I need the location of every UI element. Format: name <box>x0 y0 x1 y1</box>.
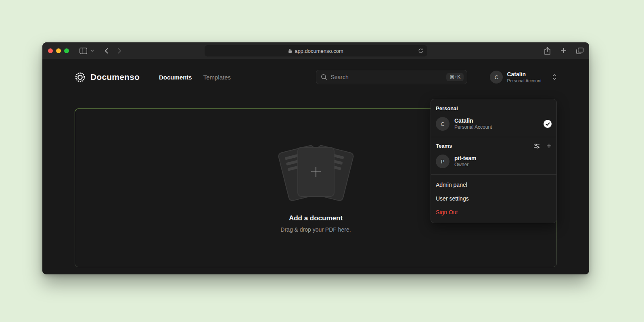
menu-item-admin-panel[interactable]: Admin panel <box>431 178 556 192</box>
sidebar-icon <box>79 48 87 54</box>
illustration-card-center <box>297 147 335 197</box>
add-document-plus-icon <box>310 166 322 178</box>
dropzone-title: Add a document <box>289 214 343 222</box>
menu-item-user-settings[interactable]: User settings <box>431 192 556 205</box>
reload-button[interactable] <box>418 48 424 54</box>
search-shortcut-badge: ⌘+K <box>446 73 464 81</box>
menu-item-team[interactable]: P pit-team Owner <box>431 152 556 171</box>
share-icon <box>544 47 551 55</box>
forward-button[interactable] <box>117 48 121 54</box>
main-nav: Documents Templates <box>159 74 231 81</box>
plus-icon <box>546 143 552 148</box>
toolbar-right-actions <box>544 47 583 55</box>
plus-icon <box>560 48 567 54</box>
documenso-logo-icon <box>75 72 86 83</box>
sidebar-toggle-button[interactable] <box>79 48 87 54</box>
selected-check-icon <box>544 120 552 128</box>
menu-item-personal-account[interactable]: C Catalin Personal Account <box>431 114 556 134</box>
chevron-down-icon <box>90 50 94 52</box>
menu-item-sign-out[interactable]: Sign Out <box>431 205 556 219</box>
personal-name: Catalin <box>454 117 492 124</box>
zoom-window-button[interactable] <box>64 48 69 53</box>
back-button[interactable] <box>105 48 109 54</box>
add-team-button[interactable] <box>546 143 552 148</box>
menu-section-personal: Personal <box>431 103 556 114</box>
new-tab-button[interactable] <box>560 48 567 54</box>
tab-overview-button[interactable] <box>576 48 583 54</box>
team-role: Owner <box>454 162 476 168</box>
toolbar-chevron-button[interactable] <box>90 50 94 52</box>
search-bar: ⌘+K <box>316 70 467 84</box>
account-name: Catalin <box>507 71 542 77</box>
url-bar[interactable]: app.documenso.com <box>205 45 427 56</box>
back-icon <box>105 48 109 54</box>
lock-icon <box>288 48 292 53</box>
tab-overview-icon <box>576 48 583 54</box>
documents-illustration <box>272 143 360 204</box>
nav-item-documents[interactable]: Documents <box>159 74 192 81</box>
team-avatar: P <box>436 155 450 168</box>
nav-item-templates[interactable]: Templates <box>203 74 231 81</box>
brand-name: Documenso <box>90 72 140 82</box>
team-name: pit-team <box>454 155 476 161</box>
menu-section-teams: Teams <box>431 140 556 152</box>
search-input[interactable] <box>330 74 443 80</box>
url-text: app.documenso.com <box>295 48 343 54</box>
account-menu-button[interactable]: C Catalin Personal Account <box>490 71 557 84</box>
account-avatar: C <box>490 71 503 84</box>
personal-type: Personal Account <box>454 125 492 130</box>
traffic-lights <box>48 48 69 53</box>
share-button[interactable] <box>544 47 551 55</box>
documenso-page: Documenso Documents Templates ⌘+K C <box>42 68 589 274</box>
account-type: Personal Account <box>507 78 542 84</box>
browser-toolbar: app.documenso.com <box>42 42 589 59</box>
chevrons-up-down-icon <box>552 74 557 80</box>
personal-avatar: C <box>436 117 450 131</box>
manage-teams-button[interactable] <box>533 143 540 149</box>
reload-icon <box>418 48 424 54</box>
browser-window: app.documenso.com <box>42 42 589 274</box>
dropzone-subtitle: Drag & drop your PDF here. <box>280 226 351 233</box>
menu-divider <box>431 174 556 175</box>
minimize-window-button[interactable] <box>56 48 61 53</box>
teams-label: Teams <box>436 143 452 149</box>
close-window-button[interactable] <box>48 48 53 53</box>
brand-home-link[interactable]: Documenso <box>75 72 140 83</box>
forward-icon <box>117 48 121 54</box>
app-header: Documenso Documents Templates ⌘+K C <box>75 68 557 86</box>
account-dropdown-menu: Personal C Catalin Personal Account Team… <box>431 99 557 223</box>
search-icon <box>321 74 327 80</box>
sliders-icon <box>533 143 540 149</box>
menu-divider <box>431 137 556 137</box>
